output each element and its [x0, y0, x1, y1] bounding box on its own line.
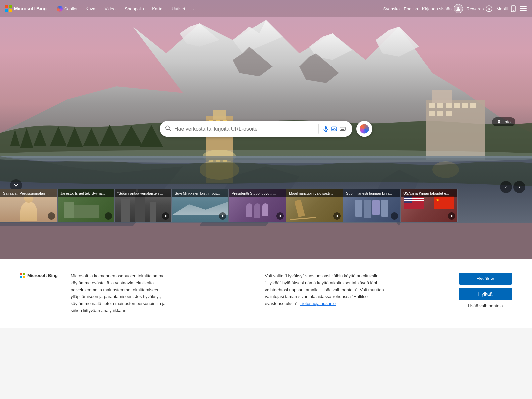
- svg-rect-61: [340, 127, 345, 131]
- news-pause-6[interactable]: ⏸: [333, 212, 341, 220]
- svg-rect-23: [213, 110, 226, 120]
- news-title-1: Sairaalat: Perussuomalais...: [0, 189, 57, 197]
- hero-section: Info ‹ › Sairaalat: Perussuomalais... ⏸ …: [0, 0, 532, 259]
- consent-text-section: Microsoft ja kolmannen osapuolen toimitt…: [71, 273, 252, 314]
- svg-rect-38: [470, 103, 476, 108]
- svg-rect-37: [462, 103, 468, 108]
- microsoft-logo-icon: [5, 5, 12, 12]
- hamburger-menu[interactable]: [520, 6, 527, 11]
- news-title-6: Maailmancupin valoisasti ...: [286, 189, 343, 197]
- signin-button[interactable]: Kirjaudu sisään: [422, 4, 463, 13]
- rewards-icon: ★: [486, 5, 492, 12]
- news-card-6[interactable]: Maailmancupin valoisasti ... ⏸: [286, 189, 343, 222]
- news-card-5[interactable]: Presidentti Stubb luovutti ... ⏸: [229, 189, 286, 222]
- search-input[interactable]: [174, 126, 316, 132]
- nav-right: Svenska English Kirjaudu sisään Rewards …: [383, 4, 527, 13]
- privacy-link[interactable]: Tietosuojalausunto: [300, 301, 336, 306]
- svg-rect-36: [454, 103, 460, 108]
- nav-uutiset[interactable]: Uutiset: [168, 5, 188, 13]
- rewards-button[interactable]: Rewards ★: [467, 5, 492, 12]
- consent-logo: Microsoft Bing: [20, 273, 58, 278]
- news-title-5: Presidentti Stubb luovutti ...: [229, 189, 286, 197]
- nav-copilot[interactable]: Copilot: [53, 4, 81, 13]
- svg-rect-39: [429, 111, 435, 116]
- consent-footer: Microsoft Bing Microsoft ja kolmannen os…: [0, 259, 532, 328]
- svg-point-4: [513, 10, 514, 11]
- svg-rect-34: [437, 103, 443, 108]
- news-card-1[interactable]: Sairaalat: Perussuomalais... ⏸: [0, 189, 57, 222]
- copilot-search-button[interactable]: [356, 121, 372, 137]
- navbar: Microsoft Bing Copilot Kuvat Videot Shop…: [0, 0, 532, 17]
- reject-button[interactable]: Hylkää: [459, 288, 512, 300]
- news-title-7: Suomi järjesti huiman kirin...: [343, 189, 400, 197]
- consent-logo-section: Microsoft Bing: [20, 273, 58, 283]
- svg-rect-56: [325, 126, 327, 130]
- svg-point-60: [333, 128, 334, 129]
- user-avatar: [454, 4, 463, 13]
- news-pause-5[interactable]: ⏸: [276, 212, 284, 220]
- svg-rect-41: [446, 111, 452, 116]
- consent-buttons: Hyväksy Hylkää Lisää vaihtoehtoja: [459, 273, 512, 308]
- svg-rect-59: [332, 127, 337, 131]
- brand-logo[interactable]: Microsoft Bing: [5, 5, 47, 12]
- news-pause-3[interactable]: ⏸: [162, 212, 169, 220]
- svg-line-55: [169, 129, 171, 131]
- svg-rect-40: [437, 111, 443, 116]
- copilot-icon: [57, 6, 63, 12]
- svg-rect-33: [429, 103, 435, 108]
- nav-shoppailu[interactable]: Shoppailu: [121, 5, 147, 13]
- info-label: Info: [503, 119, 511, 124]
- consent-desc-section: Voit valita "Hyväksy" suostuessasi näihi…: [265, 273, 446, 307]
- nav-kartat[interactable]: Kartat: [149, 5, 167, 13]
- microphone-button[interactable]: [321, 125, 330, 133]
- svg-rect-35: [446, 103, 452, 108]
- news-title-8: USA:n ja Kiinan taloudet e...: [401, 189, 457, 197]
- location-icon: [497, 120, 501, 124]
- lang-svenska[interactable]: Svenska: [383, 6, 400, 11]
- svg-text:★: ★: [488, 7, 491, 11]
- news-card-3[interactable]: "Suomi antaa venäläisten ... ⏸: [114, 189, 172, 222]
- consent-brand-name: Microsoft Bing: [27, 273, 58, 278]
- accept-button[interactable]: Hyväksy: [459, 273, 512, 285]
- svg-rect-31: [426, 100, 485, 160]
- more-options-button[interactable]: Lisää vaihtoehtoja: [468, 303, 503, 308]
- news-title-2: Järjestö: Israel teki Syyria...: [58, 189, 114, 197]
- search-icon: [165, 125, 171, 133]
- copilot-icon: [360, 124, 369, 134]
- svg-point-53: [0, 150, 532, 163]
- keyboard-button[interactable]: [338, 125, 347, 133]
- search-box: [160, 121, 352, 137]
- news-title-4: Suvi Minkkinen loisti myös...: [172, 189, 228, 197]
- mobile-icon: [511, 5, 516, 12]
- info-button[interactable]: Info: [492, 117, 515, 126]
- search-divider: [318, 124, 319, 134]
- news-pause-7[interactable]: ⏸: [391, 212, 398, 220]
- news-ticker: Sairaalat: Perussuomalais... ⏸ Järjestö:…: [0, 189, 532, 222]
- image-search-button[interactable]: [330, 125, 338, 133]
- news-pause-2[interactable]: ⏸: [105, 212, 112, 220]
- news-card-4[interactable]: Suvi Minkkinen loisti myös... ⏸: [172, 189, 229, 222]
- search-container: [160, 121, 372, 137]
- consent-text-main: Microsoft ja kolmannen osapuolen toimitt…: [71, 273, 177, 314]
- brand-name: Microsoft Bing: [14, 6, 47, 11]
- mobile-button[interactable]: Mobiili: [496, 5, 516, 12]
- news-card-8[interactable]: ★ USA:n ja Kiinan taloudet e... ⏸: [400, 189, 458, 222]
- news-pause-8[interactable]: ⏸: [448, 212, 455, 220]
- nav-kuvat[interactable]: Kuvat: [82, 5, 100, 13]
- news-card-7[interactable]: Suomi järjesti huiman kirin... ⏸: [343, 189, 400, 222]
- news-pause-1[interactable]: ⏸: [48, 212, 55, 220]
- news-card-2[interactable]: Järjestö: Israel teki Syyria... ⏸: [57, 189, 114, 222]
- consent-ms-logo: [20, 273, 25, 278]
- svg-rect-32: [432, 90, 452, 103]
- nav-links: Copilot Kuvat Videot Shoppailu Kartat Uu…: [53, 4, 383, 13]
- news-pause-4[interactable]: ⏸: [219, 212, 226, 220]
- news-title-3: "Suomi antaa venäläisten ...: [115, 189, 171, 197]
- nav-more[interactable]: ···: [190, 5, 200, 13]
- nav-videot[interactable]: Videot: [101, 5, 120, 13]
- consent-desc-text: Voit valita "Hyväksy" suostuessasi näihi…: [265, 273, 391, 307]
- lang-english[interactable]: English: [404, 6, 418, 11]
